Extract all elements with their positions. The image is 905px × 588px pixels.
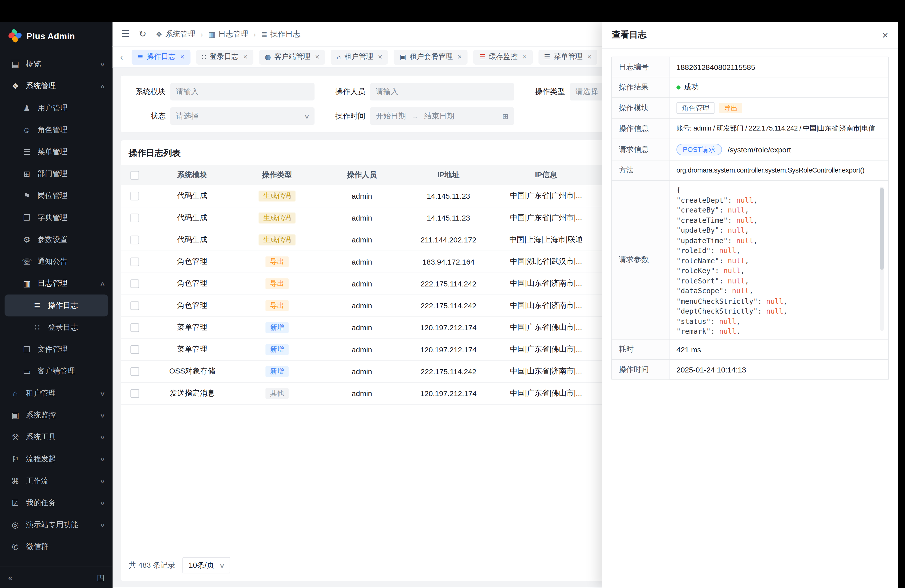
- sidebar-item-7[interactable]: ❐字典管理: [0, 207, 113, 229]
- operator-input[interactable]: 请输入: [370, 83, 514, 100]
- tab-close-icon[interactable]: ×: [522, 52, 527, 61]
- tab-label: 租户管理: [345, 52, 373, 62]
- row-checkbox[interactable]: [130, 302, 139, 310]
- breadcrumb-item-2[interactable]: ≣操作日志: [261, 29, 300, 39]
- status-select[interactable]: 请选择 ∨: [170, 107, 314, 125]
- sidebar-item-10[interactable]: ▥日志管理∧: [0, 273, 113, 294]
- request-params-code[interactable]: { "createDept": null, "createBy": null, …: [676, 185, 884, 334]
- cell-ip_info: 中国|广东省|佛山市|...: [491, 316, 601, 338]
- filter-label-operator: 操作人员: [328, 86, 370, 97]
- collapse-sidebar-icon[interactable]: «: [8, 573, 13, 582]
- menu-item-icon: ▣: [10, 410, 20, 420]
- sidebar-item-15[interactable]: ⌂租户管理∨: [0, 382, 113, 404]
- code-scrollbar-thumb[interactable]: [880, 188, 884, 270]
- field-module: 操作模块 角色管理 导出: [612, 98, 888, 119]
- tab-close-icon[interactable]: ×: [243, 52, 248, 61]
- sidebar-item-22[interactable]: ✆微信群: [0, 536, 113, 558]
- op-time-range-picker[interactable]: 开始日期 → 结束日期 ⊞: [370, 107, 514, 125]
- tab-2[interactable]: ◍客户端管理×: [259, 49, 325, 64]
- sidebar-item-16[interactable]: ▣系统监控∨: [0, 404, 113, 426]
- cell-ip_info: 中国|上海|上海市|联通: [491, 229, 601, 251]
- tab-close-icon[interactable]: ×: [180, 52, 184, 61]
- code-line: "createDept": null,: [676, 195, 877, 205]
- breadcrumb-label: 操作日志: [270, 29, 300, 39]
- sidebar-item-6[interactable]: ⚑岗位管理: [0, 185, 113, 207]
- pin-sidebar-icon[interactable]: ◳: [97, 573, 104, 582]
- cell-ip_info: 中国|广东省|佛山市|...: [491, 338, 601, 360]
- sidebar-item-20[interactable]: ☑我的任务∨: [0, 492, 113, 514]
- tab-3[interactable]: ⌂租户管理×: [331, 49, 388, 64]
- sidebar-item-2[interactable]: ♟用户管理: [0, 97, 113, 119]
- module-tag: 角色管理: [676, 102, 715, 114]
- refresh-icon[interactable]: ↻: [139, 29, 146, 39]
- sidebar-item-17[interactable]: ⚒系统工具∨: [0, 426, 113, 448]
- filter-label-status: 状态: [129, 111, 170, 121]
- breadcrumb-item-1[interactable]: ▥日志管理: [208, 29, 248, 39]
- row-checkbox[interactable]: [130, 192, 139, 200]
- cell-module: 代码生成: [148, 185, 236, 207]
- cell-ip: 120.197.212.174: [406, 316, 491, 338]
- sidebar-item-14[interactable]: ▭客户端管理: [0, 361, 113, 382]
- sidebar-item-9[interactable]: ☏通知公告: [0, 251, 113, 272]
- sidebar-item-4[interactable]: ☰菜单管理: [0, 141, 113, 163]
- sidebar-item-19[interactable]: ⌘工作流∨: [0, 470, 113, 492]
- code-line: "dataScope": null,: [676, 286, 877, 297]
- sidebar-item-5[interactable]: ⊞部门管理: [0, 163, 113, 184]
- field-label: 耗时: [612, 340, 670, 359]
- sidebar-item-8[interactable]: ⚙参数设置: [0, 229, 113, 251]
- page-size-select[interactable]: 10条/页 ∨: [182, 557, 230, 574]
- menu-item-label: 角色管理: [38, 125, 104, 135]
- menu-item-icon: ☏: [22, 257, 32, 266]
- row-checkbox[interactable]: [130, 257, 139, 266]
- chevron-down-icon: ∨: [99, 521, 105, 528]
- sidebar-item-0[interactable]: ▤概览∨: [0, 53, 113, 75]
- tab-6[interactable]: ☰菜单管理×: [538, 49, 597, 64]
- menu-item-label: 岗位管理: [38, 191, 104, 201]
- sidebar-item-11[interactable]: ≣操作日志: [5, 294, 108, 316]
- tabs-scroll-left-icon[interactable]: ‹: [116, 52, 127, 62]
- row-checkbox[interactable]: [130, 236, 139, 244]
- cell-module: 角色管理: [148, 251, 236, 272]
- breadcrumb-label: 日志管理: [218, 29, 248, 39]
- close-icon[interactable]: ×: [882, 30, 888, 40]
- sidebar-item-12[interactable]: ∷登录日志: [0, 316, 113, 338]
- field-cost: 耗时 421 ms: [612, 340, 888, 360]
- op-type-badge: 生成代码: [259, 212, 295, 223]
- cell-ip: 14.145.11.23: [406, 207, 491, 229]
- sidebar-item-13[interactable]: ❒文件管理: [0, 338, 113, 360]
- sidebar-item-21[interactable]: ◎演示站专用功能∨: [0, 514, 113, 536]
- tab-close-icon[interactable]: ×: [378, 52, 382, 61]
- code-scrollbar: [880, 187, 884, 331]
- select-all-checkbox[interactable]: [130, 171, 139, 179]
- tab-1[interactable]: ∷登录日志×: [196, 49, 253, 64]
- menu-item-icon: ◎: [10, 520, 20, 530]
- code-line: "remark": null,: [676, 327, 877, 334]
- tab-close-icon[interactable]: ×: [315, 52, 319, 61]
- column-header-1: 操作类型: [236, 165, 318, 185]
- tab-4[interactable]: ▣租户套餐管理×: [394, 49, 468, 64]
- op-type-badge: 导出: [265, 256, 289, 267]
- drawer-header: 查看日志 ×: [602, 22, 898, 49]
- row-checkbox[interactable]: [130, 345, 139, 354]
- row-checkbox[interactable]: [130, 323, 139, 332]
- field-log-id: 日志编号 1882612840802115585: [612, 57, 888, 77]
- tab-close-icon[interactable]: ×: [457, 52, 462, 61]
- filter-label-op-time: 操作时间: [328, 111, 370, 121]
- breadcrumb-item-0[interactable]: ❖系统管理: [156, 29, 195, 39]
- row-checkbox[interactable]: [130, 280, 139, 288]
- cell-operator: admin: [318, 251, 406, 272]
- sidebar-item-3[interactable]: ☺角色管理: [0, 119, 113, 141]
- row-checkbox[interactable]: [130, 214, 139, 222]
- row-checkbox[interactable]: [130, 389, 139, 398]
- sidebar-item-18[interactable]: ⚐流程发起∨: [0, 448, 113, 470]
- tab-5[interactable]: ☰缓存监控×: [473, 49, 532, 64]
- system-module-input[interactable]: 请输入: [170, 83, 314, 100]
- tab-close-icon[interactable]: ×: [587, 52, 592, 61]
- cell-ip_info: 中国|山东省|济南市|...: [491, 273, 601, 294]
- menu-toggle-icon[interactable]: ☰: [121, 29, 129, 39]
- cell-operator: admin: [318, 382, 406, 404]
- row-checkbox[interactable]: [130, 367, 139, 376]
- cell-operator: admin: [318, 207, 406, 229]
- sidebar-item-1[interactable]: ❖系统管理∧: [0, 75, 113, 97]
- tab-0[interactable]: ≣操作日志×: [132, 49, 190, 64]
